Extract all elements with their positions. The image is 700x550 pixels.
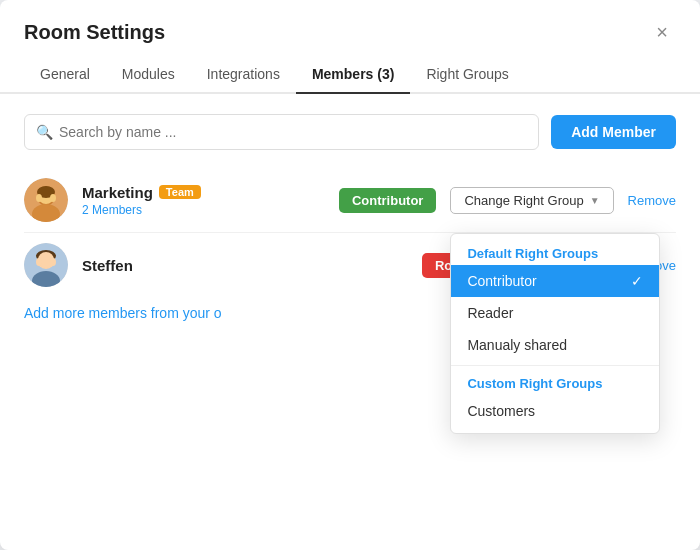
- svg-point-13: [50, 258, 56, 266]
- dropdown-item-contributor[interactable]: Contributor✓: [451, 265, 659, 297]
- tab-general[interactable]: General: [24, 56, 106, 94]
- tab-right-groups[interactable]: Right Groups: [410, 56, 524, 94]
- dropdown-item-manualy-shared[interactable]: Manualy shared: [451, 329, 659, 361]
- member-sub-marketing: 2 Members: [82, 203, 325, 217]
- svg-point-6: [50, 194, 56, 202]
- tabs-bar: GeneralModulesIntegrationsMembers (3)Rig…: [0, 56, 700, 94]
- dropdown-section-custom: Custom Right Groups: [451, 370, 659, 395]
- avatar-marketing: [24, 178, 68, 222]
- role-badge-marketing-0: Contributor: [339, 188, 436, 213]
- tab-integrations[interactable]: Integrations: [191, 56, 296, 94]
- dropdown-section-default: Default Right Groups: [451, 240, 659, 265]
- check-icon: ✓: [631, 273, 643, 289]
- member-info-marketing: MarketingTeam2 Members: [82, 184, 325, 217]
- badges-group-marketing: Contributor: [339, 188, 436, 213]
- dropdown-item-label: Customers: [467, 403, 535, 419]
- team-badge-marketing: Team: [159, 185, 201, 199]
- change-right-group-label: Change Right Group: [464, 193, 583, 208]
- dropdown-item-label: Reader: [467, 305, 513, 321]
- add-member-button[interactable]: Add Member: [551, 115, 676, 149]
- member-name-text-marketing: Marketing: [82, 184, 153, 201]
- search-row: 🔍 Add Member: [24, 114, 676, 150]
- tab-members[interactable]: Members (3): [296, 56, 410, 94]
- close-button[interactable]: ×: [648, 18, 676, 46]
- member-row-marketing: MarketingTeam2 MembersContributorChange …: [24, 168, 676, 232]
- modal-header: Room Settings ×: [0, 0, 700, 46]
- member-name-text-steffen: Steffen: [82, 257, 133, 274]
- dropdown-item-label: Contributor: [467, 273, 536, 289]
- member-info-steffen: Steffen: [82, 257, 408, 274]
- modal-body: 🔍 Add Member MarketingTeam2 MembersContr…: [0, 94, 700, 342]
- tab-modules[interactable]: Modules: [106, 56, 191, 94]
- change-right-group-button[interactable]: Change Right Group▼: [450, 187, 613, 214]
- member-name-steffen: Steffen: [82, 257, 408, 274]
- right-group-dropdown: Default Right GroupsContributor✓ReaderMa…: [450, 233, 660, 434]
- caret-icon: ▼: [590, 195, 600, 206]
- room-settings-modal: Room Settings × GeneralModulesIntegratio…: [0, 0, 700, 550]
- avatar-steffen: [24, 243, 68, 287]
- remove-link-marketing[interactable]: Remove: [628, 193, 676, 208]
- svg-point-5: [36, 194, 42, 202]
- dropdown-divider: [451, 365, 659, 366]
- members-list: MarketingTeam2 MembersContributorChange …: [24, 168, 676, 297]
- search-icon: 🔍: [36, 124, 53, 140]
- dropdown-item-custom-customers[interactable]: Customers: [451, 395, 659, 427]
- search-input[interactable]: [24, 114, 539, 150]
- svg-point-12: [36, 258, 42, 266]
- dropdown-wrap: Change Right Group▼Default Right GroupsC…: [450, 187, 613, 214]
- member-name-marketing: MarketingTeam: [82, 184, 325, 201]
- search-input-wrap: 🔍: [24, 114, 539, 150]
- dropdown-item-label: Manualy shared: [467, 337, 567, 353]
- modal-title: Room Settings: [24, 21, 165, 44]
- dropdown-item-reader[interactable]: Reader: [451, 297, 659, 329]
